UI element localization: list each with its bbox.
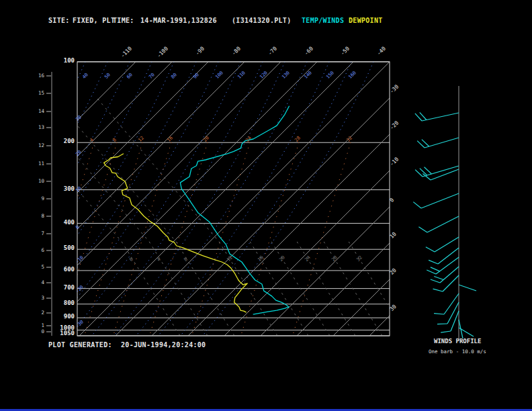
curve-temp-winds (180, 106, 289, 314)
height-km-label: 4 (27, 280, 44, 285)
height-km-label: 6 (27, 248, 44, 253)
pressure-label: 900 (52, 314, 75, 320)
height-km-label: 2 (27, 310, 44, 316)
pressure-label: 600 (52, 267, 75, 273)
pressure-label: 700 (52, 285, 75, 291)
height-axis (46, 72, 52, 336)
height-km-label: 1 (27, 323, 44, 328)
pressure-gridlines (77, 62, 390, 336)
winds-profile-title: WINDS PROFILE (434, 338, 481, 345)
height-km-label: 15 (27, 91, 44, 96)
height-km-label: 16 (27, 73, 44, 79)
plot-border (77, 62, 390, 336)
height-km-label: 14 (27, 109, 44, 114)
height-km-label: 13 (27, 125, 44, 130)
pressure-label: 200 (52, 138, 75, 144)
height-km-label: 9 (27, 196, 44, 201)
height-km-label: 5 (27, 265, 44, 270)
height-km-label: 7 (27, 231, 44, 236)
height-km-label: 11 (27, 161, 44, 167)
winds-profile-caption: One barb - 10.0 m/s (429, 349, 486, 355)
pressure-label: 100 (52, 58, 75, 64)
mixing-ratio-lines (36, 142, 351, 336)
dry-adiabat-lines (0, 62, 373, 336)
height-km-label: 12 (27, 143, 44, 148)
height-km-label: 3 (27, 295, 44, 301)
pressure-label: 1050 (52, 330, 75, 336)
wind-barbs (413, 86, 476, 340)
isotherm-lines (0, 62, 532, 336)
height-km-label: 10 (27, 179, 44, 184)
pressure-label: 800 (52, 300, 75, 306)
height-km-label: 0 (27, 329, 44, 334)
pressure-label: 300 (52, 186, 75, 192)
plot-generated-value: 20-JUN-1994,20:24:00 (121, 342, 206, 349)
skewt-plot-screen: SITE: FIXED, PLT TIME: 14-MAR-1991,13282… (0, 0, 532, 411)
plot-generated-label: PLOT GENERATED: (48, 342, 112, 349)
pressure-label: 400 (52, 220, 75, 226)
height-km-label: 8 (27, 214, 44, 219)
pressure-label: 500 (52, 245, 75, 251)
